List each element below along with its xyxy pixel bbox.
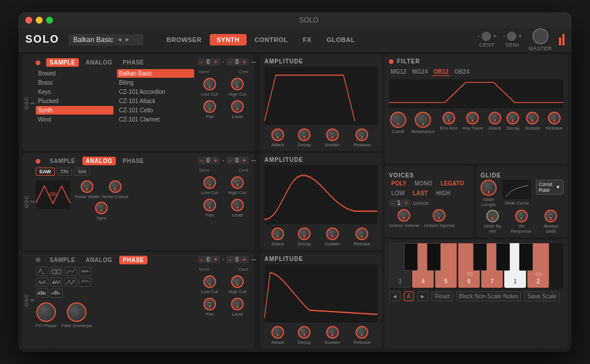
osc2-noise-knob[interactable] [109,180,122,193]
wave-tri[interactable]: TRI [57,168,73,176]
osc3-highcut-knob[interactable] [231,275,244,288]
osc1-tab-sample[interactable]: SAMPLE [46,58,79,67]
category-plucked[interactable]: Plucked [36,97,114,105]
key-nav-left[interactable]: ◄ [389,291,400,301]
unison-minus[interactable]: - [391,200,393,206]
phase-icon-6[interactable] [50,278,63,287]
tab-browser[interactable]: BROWSER [160,34,209,46]
unison-spread-knob[interactable] [433,209,445,222]
osc1-cent-plus[interactable]: + [241,59,247,65]
amp3-sustain-knob[interactable] [326,326,339,339]
osc1-level-knob[interactable] [231,100,244,113]
amp3-release-knob[interactable] [355,326,368,339]
osc3-tab-phase[interactable]: PHASE [119,256,148,264]
amp1-decay-knob[interactable] [298,128,311,141]
category-keys[interactable]: Keys [36,88,114,96]
filter-mg24[interactable]: MG24 [410,68,429,76]
minimize-button[interactable] [36,17,43,24]
osc2-pulse-knob[interactable] [81,180,93,193]
unison-detune-knob[interactable] [398,209,410,222]
tab-fx[interactable]: FX [296,34,319,46]
black-key-5[interactable] [519,243,533,271]
preset-biting[interactable]: Biting [117,78,195,87]
glide-mode-dropdown[interactable]: Const Rate ▼ [536,180,563,195]
osc3-tab-analog[interactable]: ANALOG [82,256,116,264]
osc2-pan-knob[interactable] [203,199,216,211]
key-block-non-scale[interactable]: Block Non-Scale Notes [456,291,521,301]
amp2-decay-knob[interactable] [298,227,311,240]
category-brass[interactable]: Brass [36,78,114,87]
phase-icon-8[interactable] [79,278,92,287]
osc2-level-knob[interactable] [231,199,244,211]
key-letter[interactable]: A [404,291,414,301]
filter-attack-knob[interactable] [489,112,501,124]
osc2-highcut-knob[interactable] [231,176,244,189]
amp1-release-knob[interactable] [355,128,368,141]
voices-low[interactable]: LOW [389,189,407,197]
mute-button[interactable] [559,34,565,46]
osc3-level-knob[interactable] [231,298,244,310]
phase-icon-7[interactable] [65,278,77,287]
voices-legato[interactable]: LEGATO [438,180,466,187]
amp1-attack-knob[interactable] [271,128,284,141]
category-bowed[interactable]: Bowed [36,69,114,78]
osc1-semi-minus[interactable]: - [199,59,203,65]
glide-vel-response-knob[interactable] [515,210,528,222]
phase-icon-9[interactable] [36,289,48,298]
osc3-cent-minus[interactable]: - [228,256,232,263]
filter-ob12[interactable]: OB12 [432,68,450,76]
amp3-decay-knob[interactable] [298,326,311,339]
glide-length-knob[interactable] [481,180,497,196]
phase-icon-10[interactable] [50,289,63,298]
amp2-release-knob[interactable] [355,227,368,240]
voices-last[interactable]: LAST [410,189,430,197]
tab-control[interactable]: CONTROL [248,34,295,46]
preset-cz101-acc[interactable]: CZ-101 Accordion [117,88,195,96]
osc2-sync-knob[interactable] [95,202,108,214]
amp3-attack-knob[interactable] [271,326,284,339]
filter-mg12[interactable]: MG12 [389,68,408,76]
black-key-2[interactable] [427,243,441,271]
osc3-po-phase-knob[interactable] [36,302,56,322]
filter-env-amt-knob[interactable] [442,112,455,124]
key-reset[interactable]: Reset [432,291,452,301]
osc2-tab-analog[interactable]: ANALOG [82,157,116,165]
osc3-tab-sample[interactable]: SAMPLE [46,256,79,264]
black-key-4[interactable] [496,243,510,271]
tab-synth[interactable]: SYNTH [210,34,247,46]
osc1-lowcut-knob[interactable] [203,78,216,90]
filter-release-knob[interactable] [548,112,561,124]
osc1-tab-analog[interactable]: ANALOG [82,58,116,67]
glide-by-vel-knob[interactable] [486,210,499,222]
master-knob[interactable] [532,28,549,44]
phase-icon-5[interactable] [36,278,48,287]
preset-cz101-atk[interactable]: CZ-101 Attack [117,97,195,105]
preset-balkan[interactable]: Balkan Basic [117,69,195,78]
filter-key-track-knob[interactable] [466,112,479,124]
category-synth[interactable]: Synth [36,106,114,115]
osc1-tab-phase[interactable]: PHASE [119,58,148,67]
filter-ob24[interactable]: OB24 [453,68,471,76]
phase-icon-4[interactable] [79,267,92,276]
osc1-semi-plus[interactable]: + [213,59,218,65]
osc3-filter-env-knob[interactable] [67,302,86,322]
voices-high[interactable]: HIGH [433,189,452,197]
glide-always-knob[interactable] [544,210,557,222]
preset-cz101-cello[interactable]: CZ-101 Cello [117,106,195,115]
osc1-highcut-knob[interactable] [231,78,244,90]
filter-decay-knob[interactable] [506,112,519,124]
black-key-3[interactable] [473,243,487,271]
amp2-attack-knob[interactable] [271,227,284,240]
amp1-sustain-knob[interactable] [326,128,339,141]
preset-selector[interactable]: Balkan Basic ◄► [69,34,143,46]
filter-sustain-knob[interactable] [526,112,539,124]
filter-resonance-knob[interactable] [415,112,431,128]
preset-arrows[interactable]: ◄► [116,36,130,43]
unison-plus[interactable]: + [404,200,408,206]
wave-saw[interactable]: SAW [36,168,55,176]
wave-sin[interactable]: SiN [74,168,90,176]
phase-icon-2[interactable] [50,267,63,276]
phase-icon-3[interactable] [65,267,77,276]
osc3-semi-plus[interactable]: + [213,256,218,263]
key-save-scale[interactable]: Save Scale [524,291,559,301]
